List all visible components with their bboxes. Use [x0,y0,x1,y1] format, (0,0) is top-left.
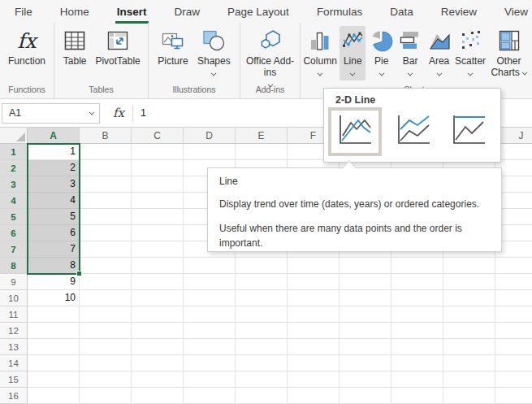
cell-A8[interactable]: 8 [28,258,80,274]
menu-review[interactable]: Review [439,2,478,22]
cell-G10[interactable] [340,290,391,306]
row-header-3[interactable]: 3 [0,176,28,193]
cell-B6[interactable] [80,225,132,241]
picture-button[interactable]: Picture [158,26,188,67]
row-header-7[interactable]: 7 [0,241,28,258]
cell-J13[interactable] [495,339,532,355]
column-header-D[interactable]: D [184,128,236,144]
menu-data[interactable]: Data [388,2,415,22]
cell-B13[interactable] [80,339,132,355]
cell-F12[interactable] [288,323,340,339]
column-header-A[interactable]: A [28,128,80,144]
scatter-chart-button[interactable]: Scatter [455,26,486,76]
cell-D10[interactable] [184,290,236,306]
cell-C4[interactable] [132,193,184,209]
cell-F10[interactable] [288,290,340,306]
cell-A9[interactable]: 9 [28,274,80,290]
cell-J11[interactable] [495,306,532,323]
cell-I11[interactable] [443,306,495,323]
cell-I8[interactable] [443,258,495,274]
cell-C2[interactable] [132,160,184,176]
cell-I13[interactable] [443,339,495,355]
cell-F8[interactable] [288,258,340,274]
cell-A1[interactable]: 1 [28,144,80,160]
cell-B15[interactable] [80,371,132,388]
row-header-14[interactable]: 14 [0,355,28,371]
option-line[interactable] [328,107,382,156]
cell-B3[interactable] [80,176,132,193]
cell-E8[interactable] [236,258,288,274]
cell-B2[interactable] [80,160,132,176]
cell-H13[interactable] [391,339,443,355]
cell-E13[interactable] [236,339,288,355]
cell-F11[interactable] [288,306,340,323]
cell-C16[interactable] [132,388,184,404]
cell-D12[interactable] [184,323,236,339]
cell-B9[interactable] [80,274,132,290]
option-stacked-line[interactable] [390,110,437,154]
cell-E9[interactable] [236,274,288,290]
cell-C12[interactable] [132,323,184,339]
cell-A10[interactable]: 10 [28,290,80,306]
row-header-16[interactable]: 16 [0,388,28,404]
cell-A7[interactable]: 7 [28,241,80,258]
option-100-stacked-line[interactable] [445,110,492,154]
cell-G13[interactable] [340,339,391,355]
menu-file[interactable]: File [13,2,34,22]
cell-C15[interactable] [132,371,184,388]
cell-I10[interactable] [443,290,495,306]
row-header-6[interactable]: 6 [0,225,28,241]
cell-B5[interactable] [80,209,132,225]
cell-I15[interactable] [443,371,495,388]
table-button[interactable]: Table [62,26,88,67]
cell-A5[interactable]: 5 [28,209,80,225]
cell-B14[interactable] [80,355,132,371]
cell-E16[interactable] [236,388,288,404]
cell-C8[interactable] [132,258,184,274]
cell-A14[interactable] [28,355,80,371]
cell-H8[interactable] [391,258,443,274]
cell-J12[interactable] [495,323,532,339]
cell-E1[interactable] [236,144,288,160]
cell-C9[interactable] [132,274,184,290]
bar-chart-button[interactable]: Bar [397,26,423,76]
formula-input[interactable]: 1 [141,107,146,119]
cell-D16[interactable] [184,388,236,404]
insert-function-button[interactable]: fx [105,103,132,124]
other-charts-button[interactable]: Other Charts [489,26,530,79]
cell-C11[interactable] [132,306,184,323]
menu-formulas[interactable]: Formulas [315,2,364,22]
cell-B12[interactable] [80,323,132,339]
fill-handle[interactable] [76,271,82,276]
cell-J16[interactable] [495,388,532,404]
cell-H11[interactable] [391,306,443,323]
menu-draw[interactable]: Draw [173,2,202,22]
cell-J14[interactable] [495,355,532,371]
cell-J10[interactable] [495,290,532,306]
cell-H15[interactable] [391,371,443,388]
cell-B1[interactable] [80,144,132,160]
cell-B7[interactable] [80,241,132,258]
cell-G8[interactable] [340,258,391,274]
cell-A3[interactable]: 3 [28,176,80,193]
column-header-E[interactable]: E [236,128,288,144]
column-chart-button[interactable]: Column [303,26,336,76]
cell-H10[interactable] [391,290,443,306]
cell-D15[interactable] [184,371,236,388]
cell-G14[interactable] [340,355,391,371]
cell-C10[interactable] [132,290,184,306]
row-header-9[interactable]: 9 [0,274,28,290]
cell-H16[interactable] [391,388,443,404]
cell-I12[interactable] [443,323,495,339]
cell-G15[interactable] [340,371,391,388]
cell-H14[interactable] [391,355,443,371]
line-chart-button[interactable]: Line [340,26,365,76]
shapes-button[interactable]: Shapes [197,26,231,76]
cell-D8[interactable] [184,258,236,274]
column-header-C[interactable]: C [132,128,184,144]
cell-E14[interactable] [236,355,288,371]
row-header-8[interactable]: 8 [0,258,28,274]
row-header-2[interactable]: 2 [0,160,28,176]
cell-C14[interactable] [132,355,184,371]
cell-A12[interactable] [28,323,80,339]
